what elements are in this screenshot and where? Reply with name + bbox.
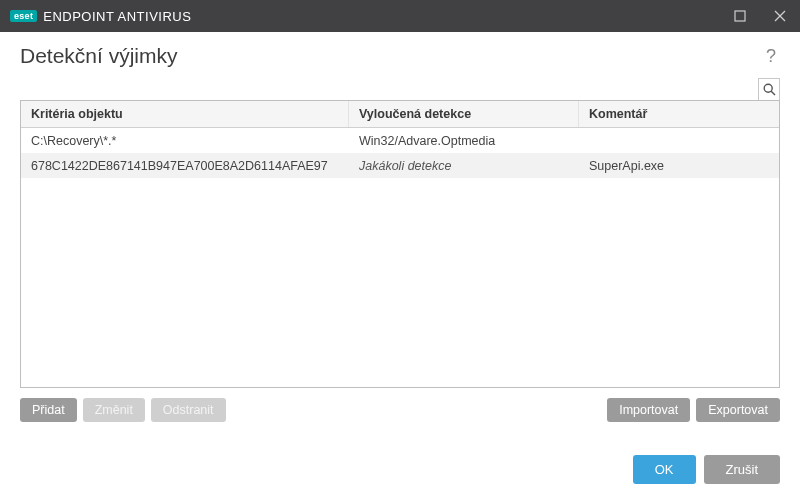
column-header-criteria[interactable]: Kritéria objektu [21, 101, 349, 127]
table-row[interactable]: C:\Recovery\*.*Win32/Advare.Optmedia [21, 128, 779, 153]
content-area: Detekční výjimky ? Kritéria objektu Vylo… [0, 32, 800, 500]
column-header-excluded[interactable]: Vyloučená detekce [349, 101, 579, 127]
cancel-button[interactable]: Zrušit [704, 455, 781, 484]
search-button[interactable] [758, 78, 780, 100]
svg-line-4 [771, 91, 775, 95]
help-icon[interactable]: ? [762, 46, 780, 67]
cell-comment: SuperApi.exe [579, 159, 779, 173]
export-button[interactable]: Exportovat [696, 398, 780, 422]
window-maximize-button[interactable] [720, 0, 760, 32]
cell-criteria: 678C1422DE867141B947EA700E8A2D6114AFAE97 [21, 159, 349, 173]
svg-point-3 [764, 84, 772, 92]
header-row: Detekční výjimky ? [20, 44, 780, 68]
titlebar: eset ENDPOINT ANTIVIRUS [0, 0, 800, 32]
dialog-footer: OK Zrušit [20, 437, 780, 484]
add-button[interactable]: Přidat [20, 398, 77, 422]
ok-button[interactable]: OK [633, 455, 696, 484]
table-header: Kritéria objektu Vyloučená detekce Komen… [21, 101, 779, 128]
brand-product: ENDPOINT ANTIVIRUS [43, 9, 191, 24]
import-button[interactable]: Importovat [607, 398, 690, 422]
edit-button[interactable]: Změnit [83, 398, 145, 422]
search-row [20, 78, 780, 100]
search-icon [763, 83, 776, 96]
column-header-comment[interactable]: Komentář [579, 101, 779, 127]
window-close-button[interactable] [760, 0, 800, 32]
svg-rect-0 [735, 11, 745, 21]
table-actions: Přidat Změnit Odstranit Importovat Expor… [20, 398, 780, 422]
cell-criteria: C:\Recovery\*.* [21, 134, 349, 148]
cell-excluded: Jakákoli detekce [349, 159, 579, 173]
table-row[interactable]: 678C1422DE867141B947EA700E8A2D6114AFAE97… [21, 153, 779, 178]
table-body: C:\Recovery\*.*Win32/Advare.Optmedia678C… [21, 128, 779, 387]
exclusions-table: Kritéria objektu Vyloučená detekce Komen… [20, 100, 780, 388]
brand-badge: eset [10, 10, 37, 22]
page-title: Detekční výjimky [20, 44, 762, 68]
remove-button[interactable]: Odstranit [151, 398, 226, 422]
cell-excluded: Win32/Advare.Optmedia [349, 134, 579, 148]
